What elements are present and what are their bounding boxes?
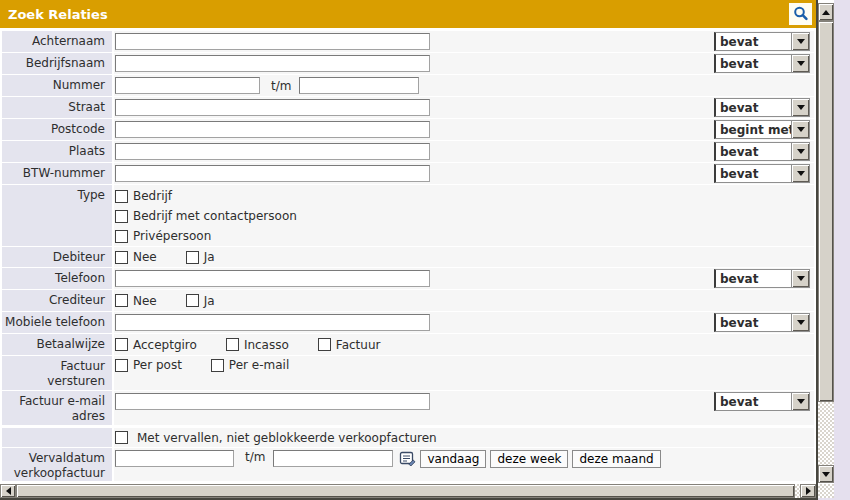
- field-label: Betaalwijze: [2, 334, 112, 355]
- match-value: bevat: [716, 101, 791, 115]
- match-value: bevat: [716, 145, 791, 159]
- checkbox-label: Incasso: [244, 338, 289, 352]
- row-postcode: Postcode begint met: [2, 119, 814, 140]
- chevron-down-icon: [791, 55, 809, 72]
- mobiele-telefoon-match-select[interactable]: bevat: [714, 313, 810, 332]
- checkbox-label: Privépersoon: [133, 229, 211, 243]
- telefoon-match-select[interactable]: bevat: [714, 269, 810, 288]
- row-plaats: Plaats bevat: [2, 141, 814, 162]
- scroll-up-button[interactable]: [818, 3, 834, 21]
- plaats-input[interactable]: [115, 143, 430, 160]
- field-label: Vervaldatum verkoopfactuur: [2, 448, 112, 481]
- checkbox-label: Acceptgiro: [133, 338, 197, 352]
- vertical-scrollbar[interactable]: [818, 0, 834, 484]
- range-separator: t/m: [245, 450, 265, 464]
- vervaldatum-van-input[interactable]: [115, 450, 234, 467]
- betaalwijze-acceptgiro-checkbox[interactable]: [115, 338, 128, 351]
- mobiele-telefoon-input[interactable]: [115, 314, 430, 331]
- scroll-left-button[interactable]: [0, 484, 16, 498]
- betaalwijze-factuur-checkbox[interactable]: [318, 338, 331, 351]
- type-bedrijf-contactpersoon-checkbox[interactable]: [115, 210, 128, 223]
- row-factuur-email-adres: Factuur e-mail adres bevat: [2, 391, 814, 425]
- field-label: Factuur e-mail adres: [2, 391, 112, 425]
- vertical-scroll-track[interactable]: [818, 402, 834, 465]
- chevron-down-icon: [791, 270, 809, 287]
- horizontal-scrollbar[interactable]: [0, 484, 816, 498]
- calendar-picker-icon[interactable]: [399, 450, 416, 467]
- search-button[interactable]: [789, 3, 812, 25]
- type-bedrijf-checkbox[interactable]: [115, 190, 128, 203]
- postcode-input[interactable]: [115, 121, 430, 138]
- scroll-right-button[interactable]: [800, 484, 816, 498]
- crediteur-ja-checkbox[interactable]: [186, 294, 199, 307]
- telefoon-input[interactable]: [115, 270, 430, 287]
- checkbox-label: Met vervallen, niet geblokkeerde verkoop…: [137, 431, 437, 445]
- field-label: Debiteur: [2, 247, 112, 267]
- checkbox-label: Per e-mail: [229, 358, 289, 372]
- versturen-per-post-checkbox[interactable]: [115, 359, 128, 372]
- bedrijfsnaam-match-select[interactable]: bevat: [714, 54, 810, 73]
- straat-input[interactable]: [115, 99, 430, 116]
- zoek-relaties-panel: Zoek Relaties Achternaam bevat Bedrijf: [0, 0, 818, 500]
- checkbox-label: Bedrijf: [133, 189, 172, 203]
- row-nummer: Nummer t/m: [2, 75, 814, 96]
- bedrijfsnaam-input[interactable]: [115, 55, 430, 72]
- field-label: Straat: [2, 97, 112, 118]
- vandaag-button[interactable]: vandaag: [420, 450, 486, 468]
- row-straat: Straat bevat: [2, 97, 814, 118]
- match-value: bevat: [716, 167, 791, 181]
- row-betaalwijze: Betaalwijze Acceptgiro Incasso Factuur: [2, 334, 814, 355]
- checkbox-label: Nee: [133, 294, 157, 308]
- field-label: Crediteur: [2, 290, 112, 311]
- match-value: bevat: [716, 316, 791, 330]
- straat-match-select[interactable]: bevat: [714, 98, 810, 117]
- nummer-van-input[interactable]: [115, 77, 260, 94]
- field-label: Mobiele telefoon: [2, 312, 112, 333]
- chevron-down-icon: [791, 33, 809, 50]
- crediteur-nee-checkbox[interactable]: [115, 294, 128, 307]
- deze-maand-button[interactable]: deze maand: [572, 450, 660, 468]
- btw-nummer-input[interactable]: [115, 165, 430, 182]
- field-label: [2, 428, 112, 447]
- vertical-scroll-thumb[interactable]: [818, 21, 834, 402]
- versturen-per-email-checkbox[interactable]: [211, 359, 224, 372]
- met-vervallen-checkbox[interactable]: [115, 431, 128, 444]
- checkbox-label: Nee: [133, 250, 157, 264]
- row-achternaam: Achternaam bevat: [2, 31, 814, 52]
- chevron-down-icon: [791, 314, 809, 331]
- achternaam-input[interactable]: [115, 33, 430, 50]
- btw-match-select[interactable]: bevat: [714, 164, 810, 183]
- factuur-email-match-select[interactable]: bevat: [714, 392, 810, 411]
- row-debiteur: Debiteur Nee Ja: [2, 247, 814, 267]
- field-label: BTW-nummer: [2, 163, 112, 184]
- plaats-match-select[interactable]: bevat: [714, 142, 810, 161]
- vervaldatum-tm-input[interactable]: [273, 450, 393, 467]
- match-value: bevat: [716, 57, 791, 71]
- row-btw-nummer: BTW-nummer bevat: [2, 163, 814, 184]
- deze-week-button[interactable]: deze week: [490, 450, 568, 468]
- search-form: Achternaam bevat Bedrijfsnaam bevat Numm…: [0, 28, 816, 484]
- field-label: Postcode: [2, 119, 112, 140]
- checkbox-label: Factuur: [336, 338, 381, 352]
- factuur-email-input[interactable]: [115, 393, 430, 410]
- achternaam-match-select[interactable]: bevat: [714, 32, 810, 51]
- type-privepersoon-checkbox[interactable]: [115, 230, 128, 243]
- scrollbar-corner: [818, 484, 834, 498]
- debiteur-ja-checkbox[interactable]: [186, 251, 199, 264]
- match-value: bevat: [716, 395, 791, 409]
- search-icon: [792, 5, 810, 23]
- row-met-vervallen: Met vervallen, niet geblokkeerde verkoop…: [2, 428, 814, 447]
- debiteur-nee-checkbox[interactable]: [115, 251, 128, 264]
- page-title: Zoek Relaties: [0, 7, 108, 22]
- scroll-down-button[interactable]: [818, 465, 834, 483]
- postcode-match-select[interactable]: begint met: [714, 120, 810, 139]
- chevron-down-icon: [791, 121, 809, 138]
- row-telefoon: Telefoon bevat: [2, 268, 814, 289]
- horizontal-scroll-thumb[interactable]: [16, 484, 795, 498]
- range-separator: t/m: [271, 79, 291, 93]
- nummer-tm-input[interactable]: [299, 77, 419, 94]
- betaalwijze-incasso-checkbox[interactable]: [226, 338, 239, 351]
- field-label: Telefoon: [2, 268, 112, 289]
- chevron-down-icon: [791, 393, 809, 410]
- row-crediteur: Crediteur Nee Ja: [2, 290, 814, 311]
